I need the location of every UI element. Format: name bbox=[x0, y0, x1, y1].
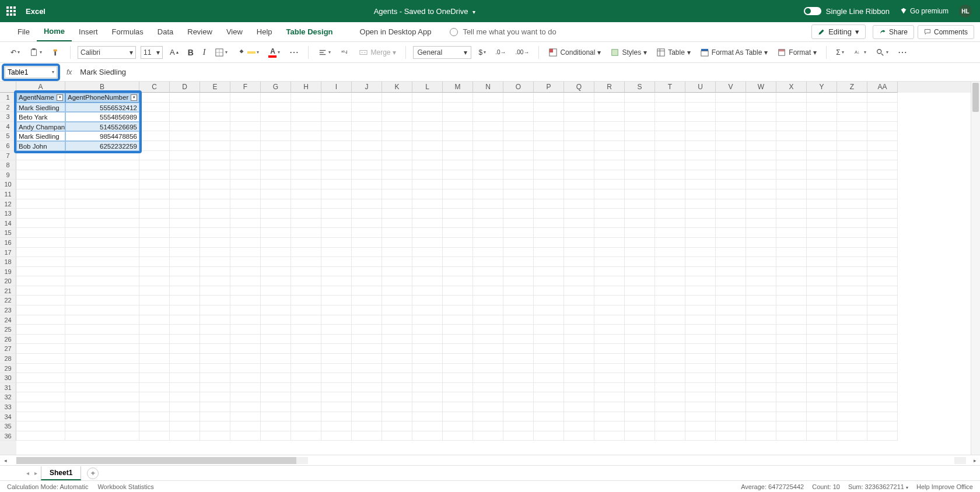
tab-insert[interactable]: Insert bbox=[72, 22, 105, 41]
cell[interactable] bbox=[655, 421, 685, 431]
cell[interactable] bbox=[685, 199, 716, 209]
cell[interactable] bbox=[655, 344, 685, 354]
row-header[interactable]: 1 bbox=[0, 93, 16, 103]
align-button[interactable]: ▾ bbox=[316, 47, 333, 58]
cell[interactable] bbox=[503, 209, 534, 219]
cell[interactable] bbox=[473, 392, 503, 402]
cell[interactable] bbox=[776, 189, 807, 199]
cell[interactable] bbox=[534, 248, 564, 258]
cell[interactable] bbox=[807, 189, 837, 199]
cell[interactable] bbox=[746, 267, 776, 277]
number-format-select[interactable]: General▾ bbox=[413, 46, 471, 59]
cell[interactable] bbox=[867, 199, 898, 209]
cell[interactable] bbox=[412, 103, 443, 113]
cell[interactable] bbox=[716, 315, 746, 325]
cell[interactable] bbox=[139, 412, 170, 422]
cell[interactable] bbox=[807, 364, 837, 374]
cell[interactable] bbox=[685, 219, 716, 229]
cell[interactable] bbox=[170, 402, 200, 412]
cell[interactable] bbox=[503, 103, 534, 113]
cell[interactable] bbox=[867, 335, 898, 345]
cell[interactable] bbox=[746, 238, 776, 248]
cell[interactable] bbox=[837, 199, 867, 209]
cell[interactable] bbox=[685, 141, 716, 151]
cell[interactable] bbox=[716, 335, 746, 345]
cell[interactable] bbox=[473, 335, 503, 345]
cell[interactable] bbox=[867, 189, 898, 199]
cell[interactable] bbox=[503, 141, 534, 151]
cell[interactable] bbox=[716, 219, 746, 229]
cell[interactable] bbox=[443, 325, 473, 335]
cell[interactable] bbox=[564, 151, 594, 161]
column-header[interactable]: F bbox=[230, 82, 261, 93]
cell[interactable] bbox=[625, 431, 655, 441]
cell[interactable] bbox=[776, 296, 807, 305]
cell[interactable] bbox=[261, 305, 291, 315]
cell[interactable] bbox=[716, 392, 746, 402]
cell[interactable] bbox=[594, 276, 625, 286]
cell[interactable] bbox=[807, 402, 837, 412]
cell[interactable] bbox=[291, 364, 321, 374]
cell[interactable] bbox=[443, 421, 473, 431]
cell[interactable] bbox=[807, 305, 837, 315]
cell[interactable] bbox=[352, 122, 382, 132]
sort-filter-button[interactable]: A↓▾ bbox=[851, 47, 869, 58]
cell[interactable] bbox=[352, 286, 382, 296]
cell[interactable] bbox=[746, 373, 776, 383]
cell[interactable] bbox=[594, 412, 625, 422]
cell[interactable] bbox=[139, 151, 170, 161]
cell[interactable] bbox=[473, 276, 503, 286]
cell[interactable] bbox=[655, 412, 685, 422]
cell[interactable] bbox=[321, 354, 352, 364]
cell[interactable] bbox=[65, 189, 139, 199]
cell[interactable] bbox=[352, 189, 382, 199]
cell[interactable] bbox=[807, 180, 837, 189]
cell[interactable] bbox=[534, 219, 564, 229]
cell[interactable] bbox=[685, 431, 716, 441]
cell[interactable] bbox=[230, 276, 261, 286]
cell[interactable] bbox=[412, 170, 443, 180]
cell[interactable] bbox=[837, 373, 867, 383]
cell[interactable] bbox=[321, 392, 352, 402]
cell[interactable] bbox=[776, 131, 807, 141]
cell[interactable] bbox=[867, 141, 898, 151]
cell[interactable] bbox=[594, 257, 625, 267]
cell[interactable] bbox=[139, 335, 170, 345]
cell[interactable] bbox=[412, 421, 443, 431]
cell[interactable] bbox=[625, 151, 655, 161]
cell[interactable] bbox=[170, 421, 200, 431]
cell[interactable] bbox=[867, 354, 898, 364]
wrap-text-button[interactable]: ab bbox=[338, 47, 352, 58]
cell[interactable] bbox=[382, 354, 412, 364]
cell[interactable] bbox=[503, 402, 534, 412]
cell[interactable] bbox=[230, 296, 261, 305]
cell[interactable] bbox=[443, 189, 473, 199]
row-header[interactable]: 4 bbox=[0, 122, 16, 132]
cell[interactable] bbox=[837, 421, 867, 431]
cell[interactable] bbox=[776, 257, 807, 267]
cell[interactable] bbox=[321, 412, 352, 422]
fill-color-button[interactable]: ▾ bbox=[235, 47, 261, 58]
cell[interactable] bbox=[352, 325, 382, 335]
cell[interactable] bbox=[139, 219, 170, 229]
cell[interactable] bbox=[685, 364, 716, 374]
cell[interactable] bbox=[534, 267, 564, 277]
cell[interactable] bbox=[807, 151, 837, 161]
cell[interactable] bbox=[352, 354, 382, 364]
cell[interactable] bbox=[261, 402, 291, 412]
cell[interactable] bbox=[352, 199, 382, 209]
cell[interactable] bbox=[261, 412, 291, 422]
cell[interactable] bbox=[534, 189, 564, 199]
cell[interactable] bbox=[291, 122, 321, 132]
cell[interactable] bbox=[230, 209, 261, 219]
cell[interactable] bbox=[716, 189, 746, 199]
cell[interactable] bbox=[261, 151, 291, 161]
cell[interactable] bbox=[261, 431, 291, 441]
cell[interactable] bbox=[170, 257, 200, 267]
cell[interactable] bbox=[261, 373, 291, 383]
row-header[interactable]: 8 bbox=[0, 160, 16, 170]
cell[interactable] bbox=[261, 122, 291, 132]
cell[interactable] bbox=[746, 344, 776, 354]
cell[interactable] bbox=[503, 170, 534, 180]
cell[interactable] bbox=[65, 151, 139, 161]
